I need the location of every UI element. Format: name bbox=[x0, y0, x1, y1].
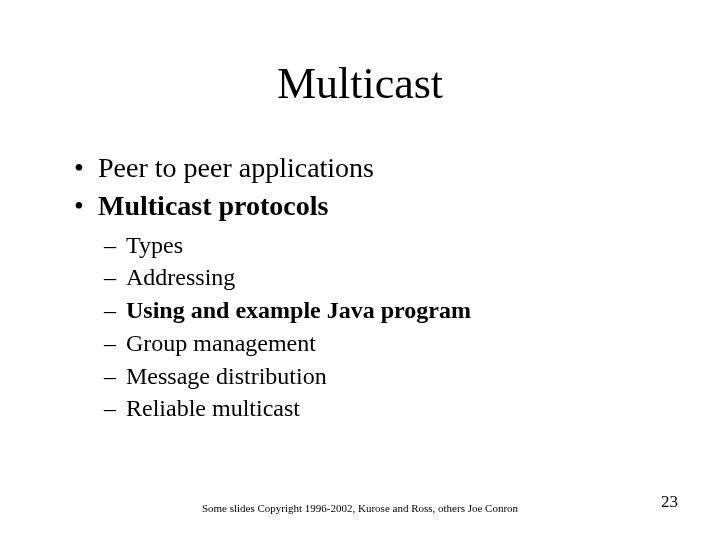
bullet-text: Multicast protocols bbox=[98, 190, 328, 221]
sub-bullet-addressing: Addressing bbox=[104, 262, 660, 293]
sub-bullet-types: Types bbox=[104, 230, 660, 261]
sub-bullet-text: Group management bbox=[126, 330, 316, 356]
sub-bullet-java-program: Using and example Java program bbox=[104, 295, 660, 326]
slide: Multicast Peer to peer applications Mult… bbox=[0, 0, 720, 540]
sub-bullet-text: Using and example Java program bbox=[126, 297, 471, 323]
sub-bullet-message-distribution: Message distribution bbox=[104, 361, 660, 392]
sub-bullet-text: Types bbox=[126, 232, 183, 258]
sub-bullet-group-management: Group management bbox=[104, 328, 660, 359]
bullet-multicast-protocols: Multicast protocols bbox=[74, 188, 660, 224]
footer-copyright: Some slides Copyright 1996-2002, Kurose … bbox=[0, 502, 720, 514]
sub-bullet-text: Message distribution bbox=[126, 363, 327, 389]
sub-bullet-reliable-multicast: Reliable multicast bbox=[104, 393, 660, 424]
sub-bullets: Types Addressing Using and example Java … bbox=[104, 230, 660, 424]
slide-body: Peer to peer applications Multicast prot… bbox=[74, 150, 660, 426]
sub-bullet-text: Addressing bbox=[126, 264, 235, 290]
sub-bullet-text: Reliable multicast bbox=[126, 395, 300, 421]
slide-title: Multicast bbox=[0, 58, 720, 109]
page-number: 23 bbox=[661, 492, 678, 512]
bullet-peer-to-peer: Peer to peer applications bbox=[74, 150, 660, 186]
bullet-text: Peer to peer applications bbox=[98, 152, 374, 183]
